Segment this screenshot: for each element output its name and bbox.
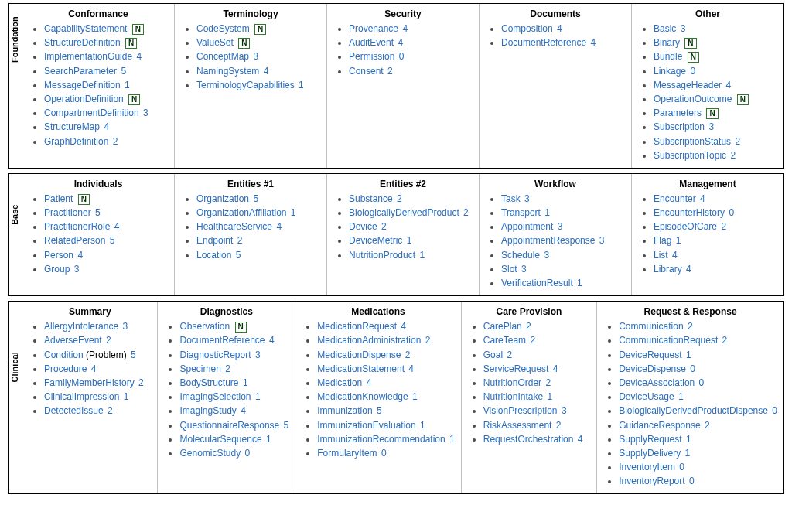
resource-link-detectedissue[interactable]: DetectedIssue (44, 405, 104, 416)
resource-link-conceptmap[interactable]: ConceptMap (196, 51, 249, 62)
resource-link-devicedispense[interactable]: DeviceDispense (619, 363, 686, 374)
resource-link-documentreference[interactable]: DocumentReference (501, 37, 586, 48)
resource-link-location[interactable]: Location (196, 250, 231, 261)
resource-link-graphdefinition[interactable]: GraphDefinition (44, 136, 108, 147)
resource-link-practitionerrole[interactable]: PractitionerRole (44, 221, 110, 232)
resource-link-medicationadministration[interactable]: MedicationAdministration (317, 335, 421, 346)
resource-link-immunization[interactable]: Immunization (317, 405, 372, 416)
resource-link-diagnosticreport[interactable]: DiagnosticReport (179, 350, 251, 360)
resource-link-specimen[interactable]: Specimen (179, 363, 220, 374)
resource-link-deviceassociation[interactable]: DeviceAssociation (619, 377, 695, 388)
resource-link-list[interactable]: List (654, 250, 668, 261)
resource-link-organization[interactable]: Organization (196, 193, 249, 204)
resource-link-endpoint[interactable]: Endpoint (196, 235, 233, 246)
resource-link-namingsystem[interactable]: NamingSystem (196, 66, 259, 77)
resource-link-devicerequest[interactable]: DeviceRequest (619, 350, 681, 360)
resource-link-bodystructure[interactable]: BodyStructure (179, 377, 238, 388)
resource-link-visionprescription[interactable]: VisionPrescription (483, 405, 558, 416)
resource-link-procedure[interactable]: Procedure (44, 363, 87, 374)
resource-link-parameters[interactable]: Parameters (654, 107, 702, 118)
resource-link-medicationdispense[interactable]: MedicationDispense (317, 350, 401, 360)
resource-link-relatedperson[interactable]: RelatedPerson (44, 235, 105, 246)
resource-link-riskassessment[interactable]: RiskAssessment (483, 420, 552, 431)
resource-link-compartmentdefinition[interactable]: CompartmentDefinition (44, 107, 139, 118)
resource-link-molecularsequence[interactable]: MolecularSequence (179, 434, 261, 445)
resource-link-library[interactable]: Library (654, 264, 682, 275)
resource-link-genomicstudy[interactable]: GenomicStudy (179, 448, 241, 459)
resource-link-bundle[interactable]: Bundle (654, 51, 682, 62)
resource-link-adverseevent[interactable]: AdverseEvent (44, 335, 102, 346)
resource-link-allergyintolerance[interactable]: AllergyIntolerance (44, 321, 118, 332)
resource-link-devicemetric[interactable]: DeviceMetric (349, 235, 402, 246)
resource-link-inventoryreport[interactable]: InventoryReport (619, 476, 684, 486)
resource-link-task[interactable]: Task (501, 193, 521, 204)
resource-link-communication[interactable]: Communication (619, 321, 683, 332)
resource-link-flag[interactable]: Flag (654, 235, 671, 246)
resource-link-medicationknowledge[interactable]: MedicationKnowledge (317, 391, 408, 402)
resource-link-deviceusage[interactable]: DeviceUsage (619, 391, 674, 402)
resource-link-immunizationrecommendation[interactable]: ImmunizationRecommendation (317, 434, 445, 445)
resource-link-nutritionproduct[interactable]: NutritionProduct (349, 250, 415, 261)
resource-link-observation[interactable]: Observation (179, 321, 230, 332)
resource-link-provenance[interactable]: Provenance (349, 23, 398, 34)
resource-link-imagingstudy[interactable]: ImagingStudy (179, 405, 236, 416)
resource-link-appointmentresponse[interactable]: AppointmentResponse (501, 235, 595, 246)
resource-link-communicationrequest[interactable]: CommunicationRequest (619, 335, 718, 346)
resource-link-group[interactable]: Group (44, 264, 70, 275)
resource-link-healthcareservice[interactable]: HealthcareService (196, 221, 272, 232)
resource-link-structuredefinition[interactable]: StructureDefinition (44, 37, 121, 48)
resource-link-servicerequest[interactable]: ServiceRequest (483, 363, 549, 374)
resource-link-transport[interactable]: Transport (501, 207, 541, 218)
resource-link-operationoutcome[interactable]: OperationOutcome (654, 94, 732, 104)
resource-link-subscriptiontopic[interactable]: SubscriptionTopic (654, 150, 726, 161)
resource-link-permission[interactable]: Permission (349, 51, 394, 62)
resource-link-nutritionorder[interactable]: NutritionOrder (483, 377, 541, 388)
resource-link-encounter[interactable]: Encounter (654, 193, 696, 204)
resource-link-supplyrequest[interactable]: SupplyRequest (619, 434, 681, 445)
resource-link-condition[interactable]: Condition (44, 350, 84, 360)
resource-link-person[interactable]: Person (44, 250, 73, 261)
resource-link-careteam[interactable]: CareTeam (483, 335, 526, 346)
resource-link-medication[interactable]: Medication (317, 377, 362, 388)
resource-link-practitioner[interactable]: Practitioner (44, 207, 91, 218)
resource-link-binary[interactable]: Binary (654, 37, 680, 48)
resource-link-patient[interactable]: Patient (44, 193, 73, 204)
resource-link-goal[interactable]: Goal (483, 350, 503, 360)
resource-link-messagedefinition[interactable]: MessageDefinition (44, 80, 121, 90)
resource-link-biologicallyderivedproductdispense[interactable]: BiologicallyDerivedProductDispense (619, 405, 768, 416)
resource-link-basic[interactable]: Basic (654, 23, 676, 34)
resource-link-structuremap[interactable]: StructureMap (44, 121, 100, 132)
resource-link-verificationresult[interactable]: VerificationResult (501, 278, 573, 288)
resource-link-biologicallyderivedproduct[interactable]: BiologicallyDerivedProduct (349, 207, 459, 218)
resource-link-medicationrequest[interactable]: MedicationRequest (317, 321, 397, 332)
resource-link-operationdefinition[interactable]: OperationDefinition (44, 94, 124, 104)
resource-link-organizationaffiliation[interactable]: OrganizationAffiliation (196, 207, 287, 218)
resource-link-requestorchestration[interactable]: RequestOrchestration (483, 434, 574, 445)
resource-link-slot[interactable]: Slot (501, 264, 517, 275)
resource-link-terminologycapabilities[interactable]: TerminologyCapabilities (196, 80, 295, 90)
resource-link-immunizationevaluation[interactable]: ImmunizationEvaluation (317, 420, 415, 431)
resource-link-episodeofcare[interactable]: EpisodeOfCare (654, 221, 717, 232)
resource-link-careplan[interactable]: CarePlan (483, 321, 522, 332)
resource-link-supplydelivery[interactable]: SupplyDelivery (619, 448, 681, 459)
resource-link-inventoryitem[interactable]: InventoryItem (619, 462, 675, 472)
resource-link-questionnaireresponse[interactable]: QuestionnaireResponse (179, 420, 279, 431)
resource-link-composition[interactable]: Composition (501, 23, 553, 34)
resource-link-messageheader[interactable]: MessageHeader (654, 80, 722, 90)
resource-link-searchparameter[interactable]: SearchParameter (44, 66, 117, 77)
resource-link-valueset[interactable]: ValueSet (196, 37, 234, 48)
resource-link-familymemberhistory[interactable]: FamilyMemberHistory (44, 377, 135, 388)
resource-link-consent[interactable]: Consent (349, 66, 384, 77)
resource-link-schedule[interactable]: Schedule (501, 250, 540, 261)
resource-link-clinicalimpression[interactable]: ClinicalImpression (44, 391, 119, 402)
resource-link-substance[interactable]: Substance (349, 193, 393, 204)
resource-link-subscriptionstatus[interactable]: SubscriptionStatus (654, 136, 731, 147)
resource-link-nutritionintake[interactable]: NutritionIntake (483, 391, 543, 402)
resource-link-imagingselection[interactable]: ImagingSelection (179, 391, 251, 402)
resource-link-linkage[interactable]: Linkage (654, 66, 686, 77)
resource-link-documentreference[interactable]: DocumentReference (179, 335, 265, 346)
resource-link-capabilitystatement[interactable]: CapabilityStatement (44, 23, 127, 34)
resource-link-implementationguide[interactable]: ImplementationGuide (44, 51, 132, 62)
resource-link-device[interactable]: Device (349, 221, 377, 232)
resource-link-subscription[interactable]: Subscription (654, 121, 705, 132)
